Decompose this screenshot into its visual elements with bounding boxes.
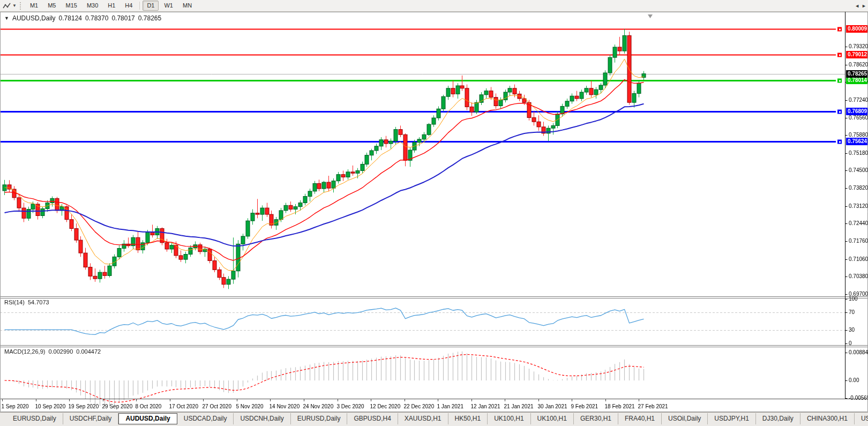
toolbar-separator [139, 2, 140, 10]
timeframe-button-m5[interactable]: M5 [43, 1, 60, 11]
timeframe-button-m15[interactable]: M15 [61, 1, 81, 11]
toolbar-drag-handle[interactable] [20, 2, 23, 10]
chart-collapse-caret[interactable]: ▼ [4, 16, 9, 21]
rsi-label: RSI(14) [4, 299, 25, 305]
ohlc-close: 0.78265 [138, 14, 161, 22]
tab-xauusd-h1[interactable]: XAUUSD,H1 [398, 413, 448, 424]
tab-usdcad-daily[interactable]: USDCAD,Daily [177, 413, 234, 424]
tab-usoil-[interactable]: USOil, [855, 413, 868, 424]
line-tools-dropdown-caret[interactable]: ▼ [12, 3, 17, 8]
chart-tabs-bar: EURUSD,DailyUSDCHF,DailyAUDUSD,DailyUSDC… [0, 412, 868, 426]
timeframe-button-m1[interactable]: M1 [26, 1, 42, 11]
timeframe-toolbar: ▼ M1M5M15M30H1H4D1W1MN [0, 0, 868, 12]
rsi-value: 54.7073 [28, 299, 49, 305]
tab-usdcnh-daily[interactable]: USDCNH,Daily [234, 413, 290, 424]
tab-scroll-left-icon[interactable]: ◄ [855, 3, 859, 9]
chart-symbol: AUDUSD,Daily [12, 14, 56, 22]
tab-ger30-h1[interactable]: GER30,H1 [574, 413, 618, 424]
tab-usdjpy-h1[interactable]: USDJPY,H1 [708, 413, 755, 424]
timeframe-button-w1[interactable]: W1 [160, 1, 177, 11]
ohlc-high: 0.78370 [85, 14, 108, 22]
ohlc-open: 0.78124 [59, 14, 82, 22]
ohlc-low: 0.78017 [111, 14, 134, 22]
tab-fra40-h1[interactable]: FRA40,H1 [618, 413, 662, 424]
macd-value2: 0.004472 [76, 348, 101, 355]
tab-dj30-daily[interactable]: DJ30,Daily [756, 413, 800, 424]
tab-usoil-daily[interactable]: USOil,Daily [662, 413, 708, 424]
chart-tabs: EURUSD,DailyUSDCHF,DailyAUDUSD,DailyUSDC… [6, 413, 868, 424]
timeframe-button-h1[interactable]: H1 [103, 1, 119, 11]
timeframe-buttons: M1M5M15M30H1H4D1W1MN [25, 1, 197, 11]
macd-value1: 0.002990 [48, 348, 73, 355]
tab-usdchf-daily[interactable]: USDCHF,Daily [63, 413, 119, 424]
tab-hk50-h1[interactable]: HK50,H1 [448, 413, 488, 424]
tab-uk100-h1[interactable]: UK100,H1 [531, 413, 574, 424]
tab-eurusd-daily[interactable]: EURUSD,Daily [291, 413, 348, 424]
tab-scroll-arrows: ◄ ► [855, 3, 866, 9]
price-chart-canvas[interactable] [0, 12, 868, 412]
rsi-panel-label: RSI(14) 54.7073 [4, 299, 49, 305]
macd-panel-label: MACD(12,26,9) 0.002990 0.004472 [4, 348, 101, 355]
timeframe-button-mn[interactable]: MN [178, 1, 196, 11]
line-tools-icon[interactable] [2, 2, 12, 10]
mt4-window: ▼ M1M5M15M30H1H4D1W1MN ▼ AUDUSD,Daily 0.… [0, 0, 868, 426]
tab-uk100-h1[interactable]: UK100,H1 [488, 413, 530, 424]
tab-gbpusd-h4[interactable]: GBPUSD,H4 [347, 413, 398, 424]
timeframe-button-h4[interactable]: H4 [121, 1, 137, 11]
tab-audusd-daily[interactable]: AUDUSD,Daily [118, 413, 177, 424]
zigzag-line-icon [3, 2, 11, 10]
tab-eurusd-daily[interactable]: EURUSD,Daily [6, 413, 63, 424]
macd-label: MACD(12,26,9) [4, 348, 45, 355]
tab-scroll-right-icon[interactable]: ► [862, 3, 866, 9]
timeframe-button-m30[interactable]: M30 [83, 1, 102, 11]
chart-title: ▼ AUDUSD,Daily 0.78124 0.78370 0.78017 0… [4, 14, 161, 22]
timeframe-button-d1[interactable]: D1 [143, 1, 159, 11]
tab-china300-h1[interactable]: CHINA300,H1 [800, 413, 855, 424]
